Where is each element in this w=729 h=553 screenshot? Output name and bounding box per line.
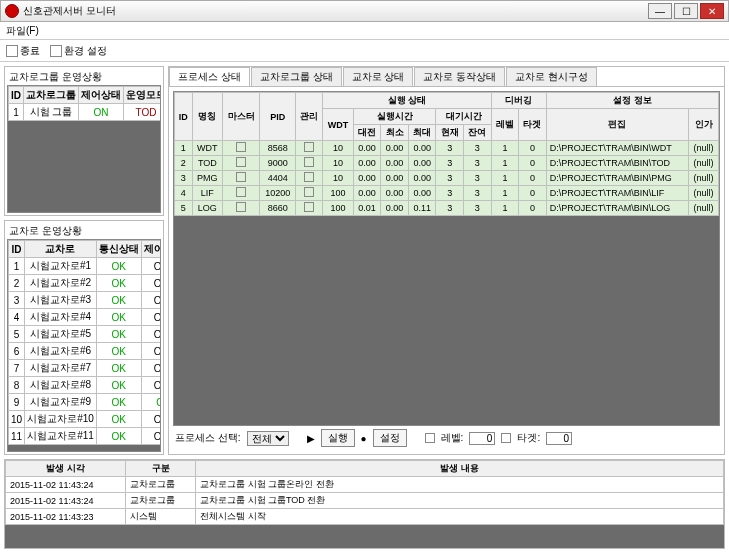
target-input[interactable]: 0: [546, 432, 572, 445]
process-select[interactable]: 전체: [247, 431, 289, 446]
table-row[interactable]: 6시험교차로#6OKOFF: [9, 343, 162, 360]
control-bar: 프로세스 선택: 전체 ▶ 실행 ● 설정 레벨: 0 타겟: 0: [173, 426, 720, 450]
log-h-msg: 발생 내용: [196, 461, 724, 477]
table-row[interactable]: 2시험교차로#2OKOFF: [9, 275, 162, 292]
g2-h-id: ID: [9, 241, 25, 258]
table-row[interactable]: 1 시험 그룹 ON TOD: [9, 104, 162, 121]
table-row[interactable]: 1시험교차로#1OKOFF: [9, 258, 162, 275]
g2-h-ctrl: 제어상태: [141, 241, 161, 258]
table-row[interactable]: 7시험교차로#7OKOFF: [9, 360, 162, 377]
intersection-status-box: 교차로 운영상황 ID 교차로 통신상태 제어상태 1시험교차로#1OKOFF2…: [4, 220, 164, 455]
log-table: 발생 시각 구분 발생 내용 2015-11-02 11:43:24교차로그룹교…: [5, 460, 724, 525]
window-title: 신호관제서버 모니터: [23, 4, 646, 18]
stop-button[interactable]: 설정: [373, 429, 407, 447]
toolbar-exit-label: 종료: [20, 44, 40, 58]
group-status-title: 교차로그룹 운영상황: [7, 69, 161, 85]
table-row[interactable]: 11시험교차로#11OKOFF: [9, 428, 162, 445]
g2-h-name: 교차로: [25, 241, 97, 258]
settings-icon: [50, 45, 62, 57]
stop-icon: ●: [361, 433, 367, 444]
tab-opstatus[interactable]: 교차로 동작상태: [414, 67, 505, 86]
play-button[interactable]: 실행: [321, 429, 355, 447]
g1-h-id: ID: [9, 87, 24, 104]
tabstrip: 프로세스 상태 교차로그룹 상태 교차로 상태 교차로 동작상태 교차로 현시구…: [169, 67, 724, 87]
level-check[interactable]: [425, 433, 435, 443]
table-row[interactable]: 2015-11-02 11:43:24교차로그룹교차로그룹 시험 그룹TOD 전…: [6, 493, 724, 509]
tab-intstatus[interactable]: 교차로 상태: [343, 67, 414, 86]
g1-h-ctrl: 제어상태: [79, 87, 124, 104]
table-row[interactable]: 5LOG86601000.010.000.113310D:\PROJECT\TR…: [175, 201, 719, 216]
intersection-status-table: ID 교차로 통신상태 제어상태 1시험교차로#1OKOFF2시험교차로#2OK…: [8, 240, 161, 445]
tab-process[interactable]: 프로세스 상태: [169, 67, 250, 86]
level-input[interactable]: 0: [469, 432, 495, 445]
group-status-box: 교차로그룹 운영상황 ID 교차로그룹 제어상태 운영모드 1 시험 그룹 ON…: [4, 66, 164, 216]
table-row[interactable]: 3PMG4404100.000.000.003310D:\PROJECT\TRA…: [175, 171, 719, 186]
menu-file[interactable]: 파일(F): [6, 25, 39, 36]
titlebar: 신호관제서버 모니터 — ☐ ✕: [0, 0, 729, 22]
close-button[interactable]: ✕: [700, 3, 724, 19]
log-h-time: 발생 시각: [6, 461, 126, 477]
toolbar-settings[interactable]: 환경 설정: [50, 44, 107, 58]
table-row[interactable]: 2015-11-02 11:43:24교차로그룹교차로그룹 시험 그룹온라인 전…: [6, 477, 724, 493]
table-row[interactable]: 8시험교차로#8OKOFF: [9, 377, 162, 394]
toolbar-exit[interactable]: 종료: [6, 44, 40, 58]
play-icon: ▶: [307, 433, 315, 444]
table-row[interactable]: 2015-11-02 11:43:23시스템전체시스템 시작: [6, 509, 724, 525]
table-row[interactable]: 3시험교차로#3OKOFF: [9, 292, 162, 309]
g2-h-comm: 통신상태: [96, 241, 141, 258]
table-row[interactable]: 5시험교차로#5OKOFF: [9, 326, 162, 343]
g1-h-name: 교차로그룹: [24, 87, 79, 104]
menubar: 파일(F): [0, 22, 729, 40]
table-row[interactable]: 4시험교차로#4OKOFF: [9, 309, 162, 326]
table-row[interactable]: 4LIF102001000.000.000.003310D:\PROJECT\T…: [175, 186, 719, 201]
toolbar-settings-label: 환경 설정: [64, 44, 107, 58]
minimize-button[interactable]: —: [648, 3, 672, 19]
exit-icon: [6, 45, 18, 57]
tab-groupstatus[interactable]: 교차로그룹 상태: [251, 67, 342, 86]
level-label: 레벨:: [441, 431, 464, 445]
toolbar: 종료 환경 설정: [0, 40, 729, 62]
maximize-button[interactable]: ☐: [674, 3, 698, 19]
tab-phasecfg[interactable]: 교차로 현시구성: [506, 67, 597, 86]
table-row[interactable]: 10시험교차로#10OKOFF: [9, 411, 162, 428]
app-icon: [5, 4, 19, 18]
log-h-cat: 구분: [126, 461, 196, 477]
table-row[interactable]: 1WDT8568100.000.000.003310D:\PROJECT\TRA…: [175, 141, 719, 156]
group-status-table: ID 교차로그룹 제어상태 운영모드 1 시험 그룹 ON TOD: [8, 86, 161, 121]
select-label: 프로세스 선택:: [175, 431, 241, 445]
target-label: 타겟:: [517, 431, 540, 445]
intersection-status-title: 교차로 운영상황: [7, 223, 161, 239]
g1-h-mode: 운영모드: [124, 87, 162, 104]
table-row[interactable]: 9시험교차로#9OKON: [9, 394, 162, 411]
table-row[interactable]: 2TOD9000100.000.000.003310D:\PROJECT\TRA…: [175, 156, 719, 171]
process-table: ID 명칭 마스터 PID 관리 실행 상태 디버깅 설정 정보 WDT 실행시…: [174, 92, 719, 216]
target-check[interactable]: [501, 433, 511, 443]
